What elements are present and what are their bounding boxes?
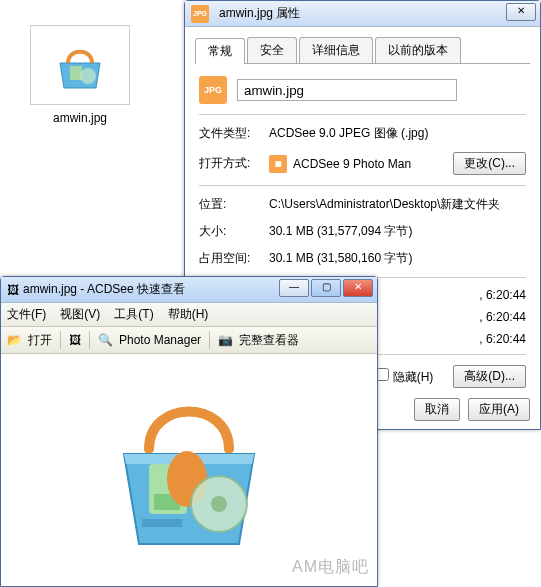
file-thumbnail xyxy=(30,25,130,105)
properties-tabs: 常规 安全 详细信息 以前的版本 xyxy=(195,37,530,64)
maximize-button[interactable]: ▢ xyxy=(311,279,341,297)
close-button[interactable]: ✕ xyxy=(343,279,373,297)
svg-point-1 xyxy=(80,68,96,84)
minimize-button[interactable]: — xyxy=(279,279,309,297)
open-icon: 📂 xyxy=(7,333,22,347)
tab-previous[interactable]: 以前的版本 xyxy=(375,37,461,63)
close-button[interactable]: ✕ xyxy=(506,3,536,21)
viewer-titlebar[interactable]: 🖼 amwin.jpg - ACDSee 快速查看 — ▢ ✕ xyxy=(1,277,377,303)
properties-title: amwin.jpg 属性 xyxy=(219,5,300,22)
tool-icon-1[interactable]: 🖼 xyxy=(69,333,81,347)
value-location: C:\Users\Administrator\Desktop\新建文件夹 xyxy=(269,196,526,213)
value-openwith: ACDSee 9 Photo Man xyxy=(293,157,453,171)
file-type-icon: JPG xyxy=(199,76,227,104)
open-button[interactable]: 打开 xyxy=(28,332,52,349)
app-icon: ▦ xyxy=(269,155,287,173)
tool-icon-2[interactable]: 🔍 xyxy=(98,333,113,347)
menu-view[interactable]: 视图(V) xyxy=(60,306,100,323)
full-viewer-button[interactable]: 完整查看器 xyxy=(239,332,299,349)
viewer-window: 🖼 amwin.jpg - ACDSee 快速查看 — ▢ ✕ 文件(F) 视图… xyxy=(0,276,378,587)
apply-button[interactable]: 应用(A) xyxy=(468,398,530,421)
tab-general[interactable]: 常规 xyxy=(195,38,245,64)
value-disksize: 30.1 MB (31,580,160 字节) xyxy=(269,250,526,267)
hidden-checkbox-label[interactable]: 隐藏(H) xyxy=(376,368,434,386)
menu-help[interactable]: 帮助(H) xyxy=(168,306,209,323)
jpg-icon: JPG xyxy=(191,5,209,23)
svg-point-6 xyxy=(211,496,227,512)
viewer-canvas: AM电脑吧 xyxy=(1,354,377,584)
label-size: 大小: xyxy=(199,223,269,240)
tab-details[interactable]: 详细信息 xyxy=(299,37,373,63)
value-type: ACDSee 9.0 JPEG 图像 (.jpg) xyxy=(269,125,526,142)
camera-icon: 📷 xyxy=(218,333,233,347)
toolbar: 📂 打开 🖼 🔍 Photo Manager 📷 完整查看器 xyxy=(1,327,377,354)
file-label: amwin.jpg xyxy=(30,111,130,125)
properties-titlebar[interactable]: JPG amwin.jpg 属性 ✕ xyxy=(185,1,540,27)
menu-file[interactable]: 文件(F) xyxy=(7,306,46,323)
filename-input[interactable] xyxy=(237,79,457,101)
desktop-file[interactable]: amwin.jpg xyxy=(30,25,130,125)
time-3: , 6:20:44 xyxy=(479,332,526,346)
label-openwith: 打开方式: xyxy=(199,155,269,172)
time-1: , 6:20:44 xyxy=(479,288,526,302)
label-type: 文件类型: xyxy=(199,125,269,142)
watermark: AM电脑吧 xyxy=(292,557,369,578)
svg-rect-0 xyxy=(70,66,82,80)
change-button[interactable]: 更改(C)... xyxy=(453,152,526,175)
app-icon: 🖼 xyxy=(7,283,19,297)
svg-rect-7 xyxy=(142,519,182,527)
viewer-title: amwin.jpg - ACDSee 快速查看 xyxy=(23,281,185,298)
image-content xyxy=(94,379,284,559)
advanced-button[interactable]: 高级(D)... xyxy=(453,365,526,388)
time-2: , 6:20:44 xyxy=(479,310,526,324)
menubar: 文件(F) 视图(V) 工具(T) 帮助(H) xyxy=(1,303,377,327)
label-disksize: 占用空间: xyxy=(199,250,269,267)
photo-manager-button[interactable]: Photo Manager xyxy=(119,333,201,347)
label-location: 位置: xyxy=(199,196,269,213)
value-size: 30.1 MB (31,577,094 字节) xyxy=(269,223,526,240)
menu-tools[interactable]: 工具(T) xyxy=(114,306,153,323)
cancel-button[interactable]: 取消 xyxy=(414,398,460,421)
tab-security[interactable]: 安全 xyxy=(247,37,297,63)
